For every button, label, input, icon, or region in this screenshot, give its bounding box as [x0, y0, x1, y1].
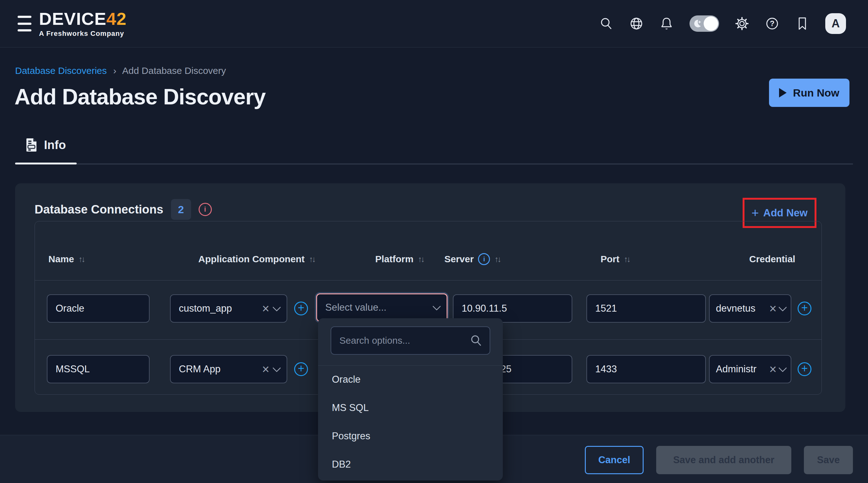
- sort-icon[interactable]: ↑↓: [79, 254, 84, 264]
- table-row-1-port-cell: [586, 294, 706, 323]
- clear-icon[interactable]: ×: [769, 302, 777, 315]
- platform-dropdown-panel: Oracle MS SQL Postgres DB2: [318, 318, 503, 481]
- hamburger-menu-icon[interactable]: [18, 16, 31, 31]
- column-header-application-component[interactable]: Application Component ↑↓: [198, 245, 315, 273]
- column-label: Credential: [749, 254, 796, 265]
- application-component-select[interactable]: CRM App ×: [170, 355, 287, 383]
- clear-icon[interactable]: ×: [262, 363, 269, 375]
- dropdown-option-db2[interactable]: DB2: [318, 450, 503, 479]
- table-row-1-app-component-cell: custom_app ×: [170, 294, 287, 323]
- table-row-1-credential-cell: devnetus ×: [709, 294, 791, 323]
- add-credential-icon[interactable]: +: [798, 302, 811, 315]
- column-label: Application Component: [198, 254, 305, 265]
- dropdown-search-input[interactable]: [331, 326, 490, 355]
- globe-icon[interactable]: [629, 17, 644, 31]
- server-info-icon[interactable]: i: [478, 253, 490, 265]
- port-input[interactable]: [586, 355, 706, 383]
- table-row-2-add-credential-cell: +: [798, 355, 811, 383]
- column-header-server[interactable]: Server i ↑↓: [444, 245, 500, 273]
- avatar-initial: A: [832, 17, 840, 30]
- table-row-1-add-component-cell: +: [294, 294, 308, 323]
- column-label: Name: [49, 254, 74, 265]
- run-now-button[interactable]: Run Now: [769, 79, 849, 107]
- column-header-credential: Credential: [749, 245, 796, 273]
- tab-divider: [15, 163, 853, 164]
- application-component-select[interactable]: custom_app ×: [170, 294, 287, 323]
- page-title: Add Database Discovery: [14, 84, 266, 110]
- name-input[interactable]: [47, 294, 150, 323]
- chevron-down-icon[interactable]: [778, 363, 787, 372]
- column-header-platform[interactable]: Platform ↑↓: [375, 245, 424, 273]
- svg-text:?: ?: [770, 19, 775, 28]
- top-bar: DEVICE42 A Freshworks Company: [0, 0, 868, 48]
- breadcrumb-separator: ›: [113, 65, 116, 76]
- brand-accent: 42: [106, 9, 127, 29]
- bookmark-icon[interactable]: [795, 17, 810, 31]
- column-header-port[interactable]: Port ↑↓: [600, 245, 629, 273]
- breadcrumb-parent-link[interactable]: Database Discoveries: [15, 65, 107, 76]
- section-title: Database Connections: [35, 203, 163, 216]
- save-and-add-another-button[interactable]: Save and add another: [656, 446, 791, 474]
- app-screen: DEVICE42 A Freshworks Company: [0, 0, 868, 483]
- table-row-2-add-component-cell: +: [294, 355, 308, 383]
- chevron-down-icon[interactable]: [778, 303, 787, 311]
- plus-icon: +: [751, 207, 758, 219]
- platform-select-focused[interactable]: Select value...: [316, 293, 447, 322]
- select-value: custom_app: [179, 303, 259, 314]
- settings-gear-icon[interactable]: [735, 17, 749, 31]
- dropdown-option-ms-sql[interactable]: MS SQL: [318, 394, 503, 422]
- select-value: CRM App: [179, 363, 259, 375]
- notifications-bell-icon[interactable]: [659, 17, 674, 31]
- tab-info-label: Info: [44, 138, 66, 152]
- sort-icon[interactable]: ↑↓: [309, 254, 315, 264]
- table-row-2-credential-cell: Administr ×: [709, 355, 791, 383]
- chevron-down-icon[interactable]: [273, 303, 281, 311]
- moon-icon: [692, 19, 702, 29]
- port-input[interactable]: [586, 294, 706, 323]
- chevron-down-icon[interactable]: [432, 302, 441, 310]
- select-value: devnetus: [716, 303, 768, 314]
- breadcrumb-current: Add Database Discovery: [122, 65, 226, 76]
- table-row-1-platform-cell: Select value...: [316, 293, 447, 322]
- column-label: Platform: [375, 254, 413, 265]
- select-value: Administr: [716, 363, 768, 375]
- search-icon[interactable]: [599, 17, 614, 31]
- tab-info[interactable]: Info: [25, 138, 66, 152]
- run-now-label: Run Now: [793, 87, 839, 99]
- credential-select[interactable]: Administr ×: [709, 355, 791, 383]
- avatar[interactable]: A: [825, 13, 846, 34]
- top-icon-row: ? A: [599, 0, 846, 47]
- clear-icon[interactable]: ×: [769, 363, 777, 375]
- brand-text: DEVICE: [39, 9, 106, 29]
- section-info-icon[interactable]: i: [198, 203, 212, 216]
- table-row-2-name-cell: [47, 355, 150, 383]
- table-row-1-add-credential-cell: +: [798, 294, 811, 323]
- table-row-2-app-component-cell: CRM App ×: [170, 355, 287, 383]
- chevron-down-icon[interactable]: [273, 363, 281, 372]
- connections-count-badge: 2: [171, 199, 191, 220]
- dropdown-option-postgres[interactable]: Postgres: [318, 422, 503, 450]
- save-button[interactable]: Save: [804, 446, 853, 474]
- help-icon[interactable]: ?: [765, 17, 779, 31]
- theme-toggle[interactable]: [689, 16, 719, 32]
- search-icon: [469, 334, 483, 347]
- add-credential-icon[interactable]: +: [798, 362, 811, 376]
- card-header: Database Connections 2 i: [35, 199, 212, 220]
- sort-icon[interactable]: ↑↓: [418, 254, 424, 264]
- add-new-label: Add New: [763, 207, 808, 219]
- dropdown-option-oracle[interactable]: Oracle: [318, 365, 503, 394]
- brand-logo: DEVICE42 A Freshworks Company: [39, 10, 127, 37]
- sort-icon[interactable]: ↑↓: [624, 254, 629, 264]
- table-row-2-port-cell: [586, 355, 706, 383]
- brand-subtitle: A Freshworks Company: [39, 30, 127, 37]
- clear-icon[interactable]: ×: [262, 302, 269, 315]
- sort-icon[interactable]: ↑↓: [494, 254, 500, 264]
- cancel-button[interactable]: Cancel: [585, 446, 644, 474]
- add-application-component-icon[interactable]: +: [294, 302, 308, 315]
- credential-select[interactable]: devnetus ×: [709, 294, 791, 323]
- dropdown-search: [331, 326, 490, 355]
- add-application-component-icon[interactable]: +: [294, 362, 308, 376]
- column-header-name[interactable]: Name ↑↓: [49, 245, 84, 273]
- tab-active-indicator: [15, 162, 77, 164]
- name-input[interactable]: [47, 355, 150, 383]
